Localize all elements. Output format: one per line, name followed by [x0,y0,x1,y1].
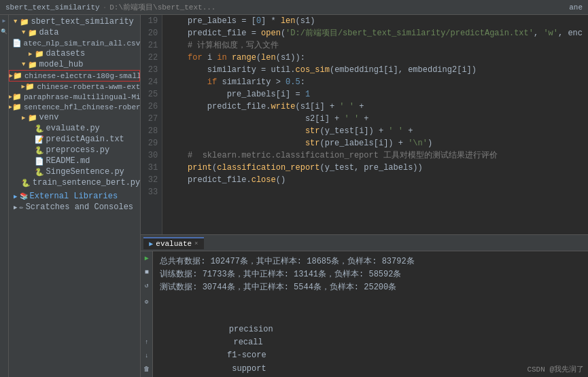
run-tab-evaluate[interactable]: ▶ evaluate × [143,237,203,249]
run-rerun-button[interactable]: ↺ [142,281,152,291]
folder-venv-label: venv [39,113,59,122]
tree-item-data[interactable]: ▼ 📁 data [9,27,141,38]
file-readme-label: README.md [46,156,90,166]
run-scroll-top-button[interactable]: ↑ [142,338,152,347]
file-trainsentence-label: train_sentence_bert.py [33,178,140,187]
tree-item-scratches[interactable]: ▶ ✏️ Scratches and Consoles [9,202,141,213]
code-line-19: pre_labels = [0] * len(s1) [168,15,583,27]
run-tab-bar: ▶ evaluate × [141,235,588,251]
tree-item-sentence-hfl[interactable]: ▶ 📁 sentence_hfl_chinese-roberta-wwm-e..… [9,102,141,112]
run-scroll-bottom-button[interactable]: ↓ [142,351,152,361]
run-panel: ▶ evaluate × ▶ ■ ↺ ⚙ ↑ ↓ 🗑 总共有数 [141,234,588,377]
folder-icon[interactable]: ▶ [1,18,7,24]
run-tab-label: evaluate [156,240,192,248]
code-line-33 [168,186,583,198]
csdn-badge: CSDN @我先润了 [527,364,584,374]
tree-item-predictagain[interactable]: 📝 predictAgain.txt [9,134,141,145]
file-evaluate-label: evaluate.py [46,124,100,133]
run-tab-close-button[interactable]: × [194,240,198,247]
folder-data-label: data [39,28,59,37]
tree-item-modelhub[interactable]: ▼ 📁 model_hub [9,59,141,70]
file-preprocess-label: preprocess.py [46,145,110,155]
folder-electra-label: chinese-electra-180g-small-discrimina... [24,72,141,80]
file-path: D:\前端项目\sbert_text... [109,2,215,12]
folder-paraphrase-label: paraphrase-multilingual-MiniLM-L12-... [24,93,141,101]
top-right-label: ane [569,3,583,12]
code-line-26: predict_file.write(s1[i] + ' ' + [168,101,583,113]
scratches-label: Scratches and Consoles [26,202,133,212]
run-output: 总共有数据: 102477条，其中正样本: 18685条，负样本: 83792条… [153,251,588,377]
file-predictagain-label: predictAgain.txt [46,134,124,144]
tree-item-evaluate[interactable]: 🐍 evaluate.py [9,123,141,134]
code-line-23: similarity = util.cos_sim(embedding1[i],… [168,64,583,76]
run-settings-button[interactable]: ⚙ [142,298,152,307]
code-line-30: # sklearn.metric.classification_report 工… [168,149,583,162]
tree-item-trainsentence[interactable]: 🐍 train_sentence_bert.py [9,177,141,188]
tree-item-atec[interactable]: 📄 atec_nlp_sim_train_all.csv [9,38,141,48]
folder-roberta-label: chinese-roberta-wwm-ext [37,83,140,91]
run-trash-button[interactable]: 🗑 [142,365,152,374]
right-panel: 19 20 21 22 23 24 25 26 27 28 29 30 31 3… [141,15,588,377]
code-line-29: str(pre_labels[i]) + '\n') [168,137,583,149]
icon-rail: ▶ 🔍 [0,15,9,377]
line-numbers: 19 20 21 22 23 24 25 26 27 28 29 30 31 3… [141,15,162,234]
run-body: ▶ ■ ↺ ⚙ ↑ ↓ 🗑 总共有数据: 102477条，其中正样本: 1868… [141,251,588,377]
code-line-21: # 计算相似度，写入文件 [168,39,583,52]
code-line-32: predict_file.close() [168,174,583,186]
output-line-3: 测试数据: 30744条，其中正样本: 5544条，负样本: 25200条 [160,281,581,294]
run-play-button[interactable]: ▶ [142,254,152,264]
tree-item-venv[interactable]: ▶ 📁 venv [9,112,141,123]
output-line-1: 总共有数据: 102477条，其中正样本: 18685条，负样本: 83792条 [160,255,581,268]
code-line-28: str(y_test[i]) + ' ' + [168,125,583,137]
tree-item-singesentence[interactable]: 🐍 SingeSentence.py [9,166,141,177]
tree-item-extlibs[interactable]: ▶ 📚 External Libraries [9,191,141,202]
folder-modelhub-label: model_hub [39,60,84,69]
file-tree: ▼ 📁 sbert_text_similarity ▼ 📁 data 📄 ate… [9,15,141,377]
code-line-31: print(classification_report(y_test, pre_… [168,162,583,174]
tree-root[interactable]: ▼ 📁 sbert_text_similarity [9,16,141,27]
tree-item-paraphrase[interactable]: ▶ 📁 paraphrase-multilingual-MiniLM-L12-.… [9,92,141,102]
root-label: sbert_text_similarity [31,17,134,26]
code-line-22: for i in range(len(s1)): [168,52,583,64]
code-line-25: pre_labels[i] = 1 [168,88,583,101]
output-line-2: 训练数据: 71733条，其中正样本: 13141条，负样本: 58592条 [160,268,581,281]
tree-item-readme[interactable]: 📄 README.md [9,156,141,166]
folder-sentencehfl-label: sentence_hfl_chinese-roberta-wwm-e... [24,103,141,111]
file-atec-label: atec_nlp_sim_train_all.csv [24,39,141,48]
top-bar: sbert_text_similarity · D:\前端项目\sbert_te… [0,0,588,15]
ext-libs-label: External Libraries [30,192,118,201]
output-table: precision recall f1-score support [160,298,581,377]
search-icon[interactable]: 🔍 [1,29,7,35]
run-controls: ▶ ■ ↺ ⚙ ↑ ↓ 🗑 [141,251,153,377]
tree-item-datasets[interactable]: ▶ 📁 datasets [9,48,141,59]
file-singesentence-label: SingeSentence.py [46,167,124,177]
code-line-24: if similarity > 0.5: [168,76,583,88]
path-separator: · [103,3,107,12]
code-editor: 19 20 21 22 23 24 25 26 27 28 29 30 31 3… [141,15,588,234]
tree-item-electra[interactable]: ▶ 📁 chinese-electra-180g-small-discrimin… [9,70,141,82]
project-label: sbert_text_similarity [5,3,100,12]
tree-item-preprocess[interactable]: 🐍 preprocess.py [9,145,141,156]
folder-datasets-label: datasets [46,49,86,58]
code-line-20: predict_file = open('D:/前端项目/sbert_text_… [168,27,583,39]
code-content[interactable]: pre_labels = [0] * len(s1) predict_file … [162,15,588,234]
code-line-27: s2[i] + ' ' + [168,113,583,125]
run-stop-button[interactable]: ■ [142,268,152,277]
tree-item-roberta[interactable]: ▶ 📁 chinese-roberta-wwm-ext [9,82,141,92]
